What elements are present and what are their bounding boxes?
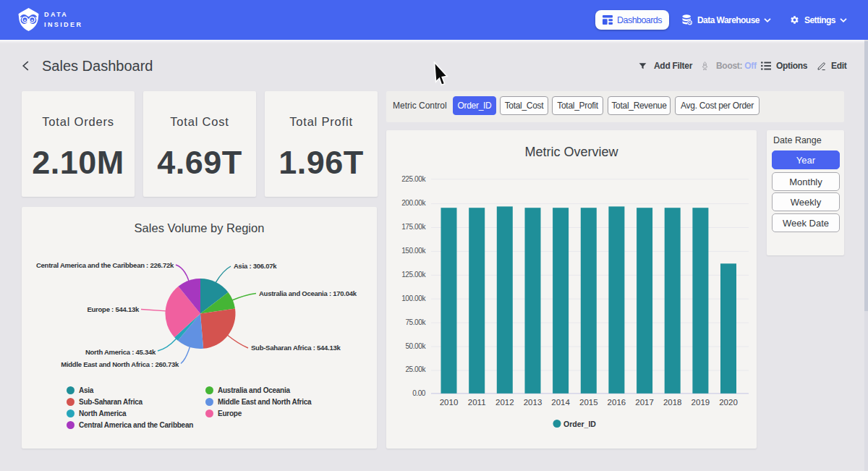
svg-text:0.00: 0.00	[412, 389, 426, 397]
svg-text:2019: 2019	[692, 398, 710, 407]
svg-text:Order_ID: Order_ID	[563, 420, 596, 428]
svg-text:50.00k: 50.00k	[405, 342, 426, 350]
svg-text:100.00k: 100.00k	[401, 294, 426, 302]
svg-text:2018: 2018	[663, 398, 682, 407]
svg-text:2012: 2012	[495, 398, 514, 407]
svg-text:75.00k: 75.00k	[405, 318, 426, 326]
svg-text:225.00k: 225.00k	[401, 175, 426, 183]
svg-text:Metric Overview: Metric Overview	[524, 145, 618, 159]
svg-text:2011: 2011	[468, 398, 486, 407]
svg-text:2010: 2010	[440, 398, 459, 407]
svg-text:2015: 2015	[579, 398, 598, 407]
svg-text:2016: 2016	[608, 398, 626, 407]
svg-text:150.00k: 150.00k	[401, 247, 426, 255]
svg-text:200.00k: 200.00k	[401, 199, 426, 207]
svg-text:175.00k: 175.00k	[401, 223, 426, 231]
svg-text:125.00k: 125.00k	[401, 271, 426, 279]
svg-text:25.00k: 25.00k	[405, 365, 426, 373]
svg-text:2014: 2014	[551, 398, 570, 407]
svg-text:2013: 2013	[524, 398, 542, 407]
svg-text:2017: 2017	[635, 398, 654, 407]
svg-text:2020: 2020	[719, 398, 738, 407]
